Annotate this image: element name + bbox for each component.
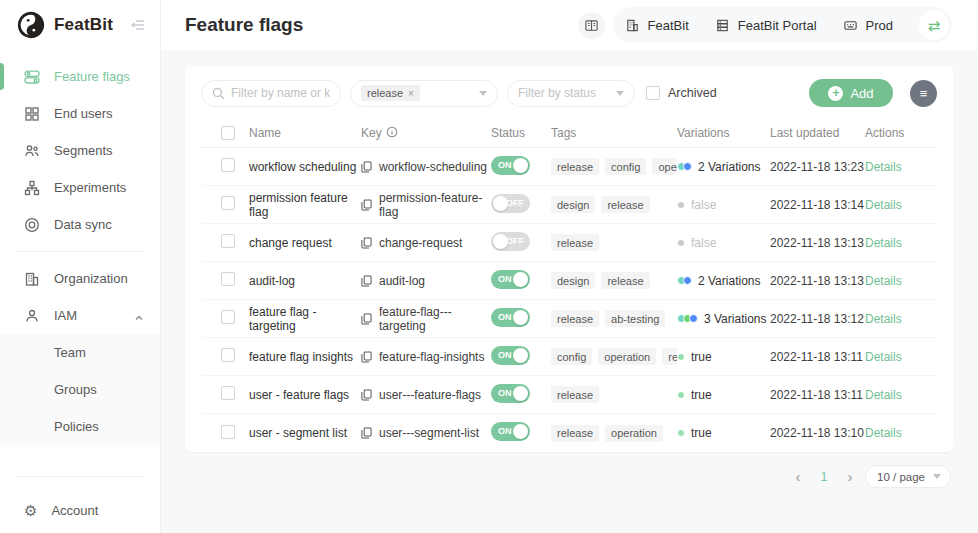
toggle-knob — [513, 310, 528, 325]
sidebar-item-team[interactable]: Team — [0, 334, 160, 371]
prev-page-button[interactable]: ‹ — [787, 466, 809, 488]
sidebar-item-groups[interactable]: Groups — [0, 371, 160, 408]
chevron-down-icon — [616, 91, 624, 96]
row-checkbox[interactable] — [221, 196, 235, 210]
flag-name: user - segment list — [249, 426, 347, 440]
header-status: Status — [491, 126, 551, 140]
variation-dots — [677, 276, 692, 285]
details-link[interactable]: Details — [865, 198, 902, 212]
copy-icon[interactable] — [361, 389, 372, 401]
header-tags: Tags — [551, 126, 677, 140]
status-toggle[interactable]: ON — [491, 346, 530, 365]
status-filter-select[interactable]: Filter by status — [507, 80, 635, 107]
flag-variations: 3 Variations — [677, 312, 770, 326]
flag-name: feature flag insights — [249, 350, 353, 364]
switch-environment-button[interactable]: ⇄ — [919, 10, 949, 40]
environment-selector[interactable]: Prod — [843, 18, 893, 33]
next-page-button[interactable]: › — [839, 466, 861, 488]
row-checkbox[interactable] — [221, 234, 235, 248]
copy-icon[interactable] — [361, 161, 372, 173]
flag-tags: release — [551, 234, 677, 251]
remove-tag-icon[interactable]: × — [408, 88, 414, 99]
tag-chip: design — [551, 272, 595, 289]
variations-label: 2 Variations — [698, 274, 760, 288]
copy-icon[interactable] — [361, 427, 372, 439]
last-updated: 2022-11-18 13:14 — [770, 198, 865, 212]
search-box[interactable] — [201, 80, 341, 107]
details-link[interactable]: Details — [865, 426, 902, 440]
sync-icon — [24, 217, 40, 233]
toggle-label: OFF — [506, 194, 524, 213]
sidebar-item-account[interactable]: ⚙ Account — [0, 487, 160, 533]
copy-icon[interactable] — [361, 313, 372, 325]
project-label: FeatBit Portal — [738, 18, 817, 33]
sidebar-bottom-divider — [16, 476, 144, 477]
status-toggle[interactable]: ON — [491, 270, 530, 289]
copy-icon[interactable] — [361, 351, 372, 363]
add-flag-button[interactable]: + Add — [809, 79, 893, 107]
chevron-down-icon — [933, 474, 941, 479]
copy-icon[interactable] — [361, 199, 372, 211]
status-toggle[interactable]: OFF — [491, 194, 530, 213]
details-link[interactable]: Details — [865, 388, 902, 402]
sidebar-item-segments[interactable]: Segments — [0, 132, 160, 169]
sidebar-item-iam[interactable]: IAM — [0, 297, 160, 334]
last-updated: 2022-11-18 13:13 — [770, 274, 865, 288]
archived-checkbox[interactable] — [646, 86, 660, 100]
flag-name: audit-log — [249, 274, 295, 288]
copy-icon[interactable] — [361, 275, 372, 287]
select-all-checkbox[interactable] — [221, 126, 235, 140]
details-link[interactable]: Details — [865, 160, 902, 174]
sidebar-item-experiments[interactable]: Experiments — [0, 169, 160, 206]
flag-key: audit-log — [379, 274, 425, 288]
variations-label: true — [691, 388, 712, 402]
row-checkbox[interactable] — [221, 272, 235, 286]
sidebar-item-label: Data sync — [54, 217, 112, 232]
row-checkbox[interactable] — [221, 386, 235, 400]
flag-key: user---segment-list — [379, 426, 479, 440]
row-checkbox[interactable] — [221, 348, 235, 362]
sidebar-item-feature-flags[interactable]: Feature flags — [0, 58, 160, 95]
row-checkbox[interactable] — [221, 310, 235, 324]
menu-fold-icon[interactable] — [130, 17, 146, 33]
status-toggle[interactable]: ON — [491, 384, 530, 403]
copy-icon[interactable] — [361, 237, 372, 249]
flag-key: workflow-scheduling — [379, 160, 487, 174]
current-page[interactable]: 1 — [813, 466, 835, 488]
variations-label: false — [691, 236, 716, 250]
status-toggle[interactable]: OFF — [491, 232, 530, 251]
org-selector[interactable]: FeatBit — [625, 18, 689, 33]
details-link[interactable]: Details — [865, 312, 902, 326]
flag-tags: releaseconfigoperation — [551, 158, 677, 175]
app-window: FeatBit Feature flags End users — [0, 0, 978, 533]
status-toggle[interactable]: ON — [491, 156, 530, 175]
header-actions: Actions — [865, 126, 937, 140]
status-toggle[interactable]: ON — [491, 422, 530, 441]
sidebar-item-end-users[interactable]: End users — [0, 95, 160, 132]
flag-tags: configoperationrelease — [551, 348, 677, 365]
list-options-button[interactable]: ≡ — [910, 80, 937, 107]
row-checkbox[interactable] — [221, 158, 235, 172]
tags-filter-select[interactable]: release × — [350, 80, 498, 107]
search-input[interactable] — [231, 86, 330, 100]
last-updated: 2022-11-18 13:11 — [770, 388, 865, 402]
details-link[interactable]: Details — [865, 236, 902, 250]
plus-icon: + — [828, 86, 843, 101]
details-link[interactable]: Details — [865, 350, 902, 364]
sidebar-item-policies[interactable]: Policies — [0, 408, 160, 445]
status-toggle[interactable]: ON — [491, 308, 530, 327]
row-checkbox[interactable] — [221, 425, 235, 439]
flag-key: permission-feature-flag — [379, 191, 491, 219]
sidebar-item-data-sync[interactable]: Data sync — [0, 206, 160, 243]
variation-dot — [683, 276, 692, 285]
page-size-select[interactable]: 10 / page — [865, 465, 951, 488]
info-icon — [386, 126, 398, 141]
project-selector[interactable]: FeatBit Portal — [715, 18, 817, 33]
main-area: Feature flags FeatBit FeatBit Portal — [161, 0, 978, 533]
docs-button[interactable] — [578, 12, 605, 39]
toggle-label: ON — [498, 270, 512, 289]
details-link[interactable]: Details — [865, 274, 902, 288]
table-row: feature flag insights feature-flag-insig… — [201, 338, 937, 376]
sidebar-item-label: IAM — [54, 308, 77, 323]
sidebar-item-organization[interactable]: Organization — [0, 260, 160, 297]
